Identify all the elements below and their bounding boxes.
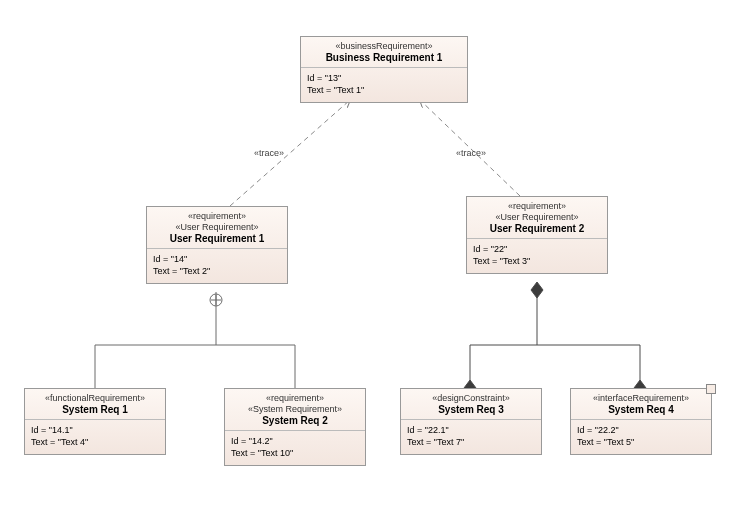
stereotype: «User Requirement» [473, 212, 601, 223]
text-line: Text = "Text 4" [31, 436, 159, 448]
stereotype: «businessRequirement» [307, 41, 461, 52]
id-line: Id = "14.2" [231, 435, 359, 447]
node-title: System Req 4 [577, 404, 705, 416]
trace-label-left: «trace» [254, 148, 284, 158]
id-line: Id = "22.1" [407, 424, 535, 436]
stereotype: «System Requirement» [231, 404, 359, 415]
text-line: Text = "Text 3" [473, 255, 601, 267]
stereotype: «requirement» [153, 211, 281, 222]
node-title: System Req 1 [31, 404, 159, 416]
node-user-requirement-2[interactable]: «requirement» «User Requirement» User Re… [466, 196, 608, 274]
node-system-req-2[interactable]: «requirement» «System Requirement» Syste… [224, 388, 366, 466]
node-system-req-3[interactable]: «designConstraint» System Req 3 Id = "22… [400, 388, 542, 455]
stereotype: «requirement» [231, 393, 359, 404]
text-line: Text = "Text 5" [577, 436, 705, 448]
stereotype: «interfaceRequirement» [577, 393, 705, 404]
stereotype: «designConstraint» [407, 393, 535, 404]
text-line: Text = "Text 2" [153, 265, 281, 277]
id-line: Id = "22" [473, 243, 601, 255]
text-line: Text = "Text 10" [231, 447, 359, 459]
port-icon [706, 384, 716, 394]
node-title: System Req 3 [407, 404, 535, 416]
id-line: Id = "14" [153, 253, 281, 265]
text-line: Text = "Text 1" [307, 84, 461, 96]
svg-point-2 [210, 294, 222, 306]
node-title: System Req 2 [231, 415, 359, 427]
node-title: User Requirement 2 [473, 223, 601, 235]
id-line: Id = "22.2" [577, 424, 705, 436]
node-title: Business Requirement 1 [307, 52, 461, 64]
stereotype: «requirement» [473, 201, 601, 212]
stereotype: «functionalRequirement» [31, 393, 159, 404]
text-line: Text = "Text 7" [407, 436, 535, 448]
trace-label-right: «trace» [456, 148, 486, 158]
node-system-req-4[interactable]: «interfaceRequirement» System Req 4 Id =… [570, 388, 712, 455]
svg-line-0 [230, 100, 350, 206]
node-user-requirement-1[interactable]: «requirement» «User Requirement» User Re… [146, 206, 288, 284]
node-title: User Requirement 1 [153, 233, 281, 245]
id-line: Id = "14.1" [31, 424, 159, 436]
node-system-req-1[interactable]: «functionalRequirement» System Req 1 Id … [24, 388, 166, 455]
diagram-canvas: «trace» «trace» «businessRequirement» Bu… [0, 0, 730, 509]
stereotype: «User Requirement» [153, 222, 281, 233]
id-line: Id = "13" [307, 72, 461, 84]
svg-marker-14 [531, 282, 543, 298]
node-business-requirement-1[interactable]: «businessRequirement» Business Requireme… [300, 36, 468, 103]
